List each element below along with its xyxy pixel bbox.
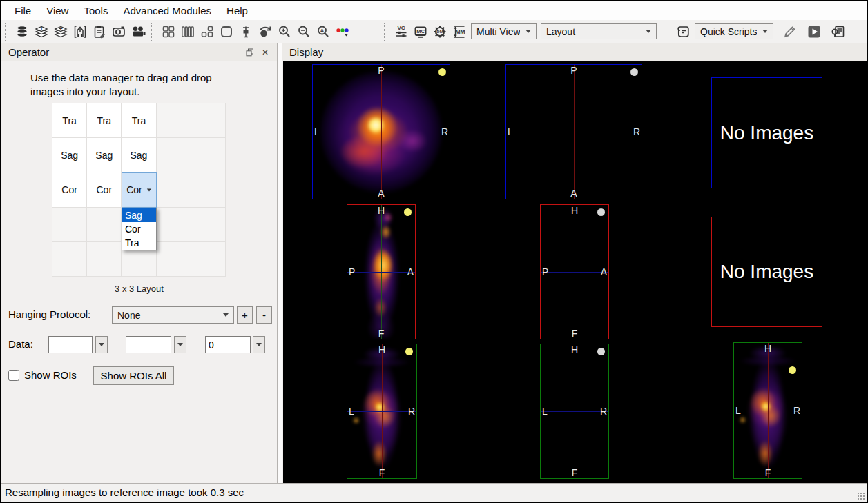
viewport-sagittal-2[interactable]: H P A F bbox=[540, 204, 609, 339]
viewport-no-images-2[interactable]: No Images bbox=[711, 217, 822, 327]
crosshair-horizontal[interactable] bbox=[347, 411, 416, 412]
crosshair-horizontal[interactable] bbox=[347, 272, 415, 273]
reset-orientation-icon[interactable] bbox=[256, 23, 274, 41]
viewport-coronal-3[interactable]: H L R F bbox=[733, 342, 802, 479]
grid-cell-r1c1[interactable]: Tra bbox=[52, 103, 87, 138]
hanging-protocol-select[interactable]: None bbox=[112, 306, 234, 324]
menu-advanced-modules[interactable]: Advanced Modules bbox=[115, 2, 219, 19]
sync-crosshair-icon[interactable] bbox=[237, 23, 255, 41]
data-field-1[interactable] bbox=[48, 336, 93, 353]
dropdown-option-sag[interactable]: Sag bbox=[122, 208, 156, 222]
dropdown-option-tra[interactable]: Tra bbox=[122, 236, 156, 250]
zoom-auto-icon[interactable]: A bbox=[314, 23, 332, 41]
viewport-marker[interactable] bbox=[789, 366, 796, 374]
crosshair-horizontal[interactable] bbox=[506, 132, 642, 132]
multi-view-select[interactable]: Multi View bbox=[471, 23, 537, 39]
crosshair-horizontal[interactable] bbox=[734, 411, 802, 411]
float-panel-icon[interactable] bbox=[244, 47, 256, 58]
color-channels-icon[interactable] bbox=[334, 23, 351, 41]
camera-capture-icon[interactable] bbox=[110, 23, 128, 41]
grid-cell-r3c1[interactable]: Cor bbox=[52, 172, 87, 207]
grid-cell-r1c2[interactable]: Tra bbox=[87, 103, 122, 138]
grid-cell-r5c1[interactable] bbox=[52, 242, 87, 277]
grid-cell-r1c3[interactable]: Tra bbox=[122, 103, 156, 138]
grid-cell-r4c2[interactable] bbox=[87, 208, 122, 242]
grid-cell-r3c5[interactable] bbox=[191, 172, 226, 207]
viewport-sagittal-1[interactable]: H P A F bbox=[347, 204, 416, 339]
zoom-out-icon[interactable] bbox=[295, 23, 313, 41]
viewport-no-images-1[interactable]: No Images bbox=[711, 77, 822, 188]
viewport-coronal-2[interactable]: H L R F bbox=[540, 344, 609, 479]
view-controls-icon[interactable]: VC bbox=[392, 23, 410, 41]
dropdown-option-cor[interactable]: Cor bbox=[122, 222, 156, 236]
close-panel-icon[interactable]: ✕ bbox=[259, 47, 271, 58]
layout-single-icon[interactable] bbox=[218, 23, 235, 41]
clipboard-report-icon[interactable] bbox=[90, 23, 108, 41]
data-field-1-dropdown[interactable] bbox=[95, 336, 108, 353]
database-icon[interactable] bbox=[13, 23, 31, 41]
viewport-marker[interactable] bbox=[630, 68, 638, 76]
toolbar-group-handle[interactable] bbox=[384, 23, 387, 41]
layers-current-icon[interactable]: 1 bbox=[32, 23, 50, 41]
menu-file[interactable]: File bbox=[7, 2, 39, 19]
menu-tools[interactable]: Tools bbox=[76, 2, 115, 19]
edit-script-icon[interactable] bbox=[781, 23, 799, 41]
layout-strips-icon[interactable] bbox=[179, 23, 197, 41]
show-rois-all-button[interactable]: Show ROIs All bbox=[93, 366, 174, 385]
grid-cell-r4c5[interactable] bbox=[191, 208, 226, 242]
viewport-marker[interactable] bbox=[405, 348, 413, 355]
menu-view[interactable]: View bbox=[39, 2, 76, 19]
grid-cell-r2c2[interactable]: Sag bbox=[87, 138, 122, 172]
add-protocol-button[interactable]: + bbox=[237, 306, 253, 324]
toolbar-group-handle[interactable] bbox=[5, 23, 8, 41]
viewport-transaxial-2[interactable]: P L R A bbox=[505, 64, 642, 199]
montage-icon[interactable]: MC bbox=[412, 23, 430, 41]
grid-cell-r2c5[interactable] bbox=[191, 138, 226, 172]
grid-cell-r5c5[interactable] bbox=[191, 242, 226, 277]
layers-add-icon[interactable]: + bbox=[52, 23, 70, 41]
data-field-3[interactable] bbox=[205, 336, 251, 353]
viewport-marker[interactable] bbox=[597, 208, 605, 216]
crosshair-horizontal[interactable] bbox=[313, 132, 450, 132]
video-capture-icon[interactable] bbox=[129, 23, 147, 41]
orientation-dropdown[interactable]: Cor bbox=[122, 172, 156, 207]
grid-cell-r1c4[interactable] bbox=[157, 103, 191, 138]
grid-cell-r3c4[interactable] bbox=[157, 172, 191, 207]
patient-icon[interactable] bbox=[71, 23, 89, 41]
data-field-2[interactable] bbox=[126, 336, 171, 353]
viewport-marker[interactable] bbox=[597, 348, 605, 355]
resize-grip-icon[interactable] bbox=[857, 492, 865, 500]
grid-cell-r1c5[interactable] bbox=[191, 103, 226, 138]
viewport-coronal-1[interactable]: H L R F bbox=[347, 344, 417, 479]
data-field-3-dropdown[interactable] bbox=[253, 336, 265, 353]
zoom-in-icon[interactable] bbox=[276, 23, 293, 41]
grid-cell-r2c1[interactable]: Sag bbox=[52, 138, 87, 172]
run-script-icon[interactable] bbox=[805, 23, 823, 41]
layout-select[interactable]: Layout bbox=[541, 23, 657, 39]
script-icon[interactable] bbox=[674, 23, 692, 41]
script-report-icon[interactable] bbox=[829, 23, 847, 41]
menu-help[interactable]: Help bbox=[219, 2, 255, 19]
grid-cell-r3c2[interactable]: Cor bbox=[87, 172, 122, 207]
toolbar-group-handle[interactable] bbox=[151, 23, 154, 41]
measure-icon[interactable]: MM bbox=[450, 23, 468, 41]
grid-cell-r5c4[interactable] bbox=[157, 242, 191, 277]
toolbar-group-handle[interactable] bbox=[666, 23, 668, 41]
crosshair-horizontal[interactable] bbox=[541, 411, 608, 412]
grid-cell-r5c2[interactable] bbox=[87, 242, 122, 277]
quick-scripts-select[interactable]: Quick Scripts bbox=[695, 23, 773, 39]
settings-gear-icon[interactable]: DM bbox=[431, 23, 449, 41]
layout-2x2-icon[interactable] bbox=[160, 23, 177, 41]
viewport-transaxial-1[interactable]: P L R A bbox=[312, 64, 450, 199]
viewport-marker[interactable] bbox=[404, 208, 412, 216]
layout-mixed-icon[interactable] bbox=[198, 23, 216, 41]
grid-cell-r4c4[interactable] bbox=[157, 208, 191, 242]
grid-cell-r4c1[interactable] bbox=[52, 208, 87, 242]
data-field-2-dropdown[interactable] bbox=[174, 336, 186, 353]
grid-cell-r2c4[interactable] bbox=[157, 138, 191, 172]
remove-protocol-button[interactable]: - bbox=[256, 306, 272, 324]
crosshair-horizontal[interactable] bbox=[541, 272, 608, 273]
grid-cell-r2c3[interactable]: Sag bbox=[122, 138, 156, 172]
viewport-marker[interactable] bbox=[438, 68, 446, 76]
show-rois-checkbox[interactable] bbox=[8, 370, 19, 381]
